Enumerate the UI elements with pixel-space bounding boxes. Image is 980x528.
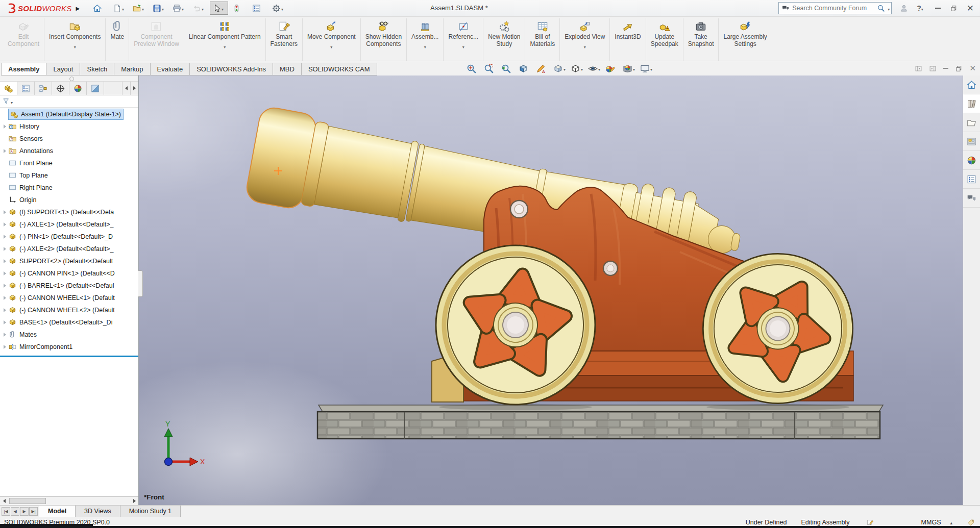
close-window-button[interactable]: ✕: [967, 4, 974, 13]
taskpane-home-button[interactable]: [963, 76, 980, 94]
tree-item[interactable]: Origin: [0, 194, 138, 206]
expand-arrow-icon[interactable]: [1, 222, 8, 227]
ribbon-button[interactable]: Bill of Materials: [525, 18, 560, 61]
first-tab-button[interactable]: [2, 507, 10, 516]
dropdown-arrow-icon[interactable]: [582, 41, 587, 51]
ribbon-button[interactable]: New Motion Study: [483, 18, 525, 61]
search-scope-arrow-icon[interactable]: [888, 4, 890, 13]
restore-window-button[interactable]: [950, 5, 958, 12]
tree-item[interactable]: (-) BARREL<1> (Default<<Defaul: [0, 280, 138, 292]
expand-arrow-icon[interactable]: [1, 296, 8, 300]
dropdown-arrow-icon[interactable]: [72, 41, 77, 51]
scrollbar-thumb[interactable]: [9, 498, 46, 504]
dimxpert-manager-tab[interactable]: [52, 82, 69, 95]
tree-item[interactable]: (f) SUPPORT<1> (Default<<Defa: [0, 206, 138, 218]
unit-system-selector[interactable]: MMGS: [921, 519, 941, 526]
unit-dropdown-arrow-icon[interactable]: [950, 519, 952, 526]
panel-collapse-grip[interactable]: [138, 270, 143, 297]
forum-button[interactable]: [963, 189, 980, 208]
dynamic-annotation-button[interactable]: [535, 63, 551, 74]
tab-sketch[interactable]: Sketch: [80, 63, 114, 76]
login-button[interactable]: [899, 4, 909, 13]
view-orientation-button[interactable]: [553, 63, 568, 74]
ribbon-button[interactable]: Exploded View: [560, 18, 610, 61]
dropdown-arrow-icon[interactable]: [182, 4, 186, 13]
tree-item[interactable]: (-) CANNON WHEEL<2> (Default: [0, 304, 138, 316]
ribbon-button[interactable]: Show Hidden Components: [361, 18, 407, 61]
tree-item[interactable]: (-) PIN<1> (Default<<Default>_D: [0, 231, 138, 243]
tree-root-item[interactable]: Assem1 (Default<Display State-1>): [8, 109, 124, 120]
tab-markup[interactable]: Markup: [114, 63, 150, 76]
settings-button[interactable]: [270, 2, 288, 15]
dropdown-arrow-icon[interactable]: [423, 41, 427, 51]
tab-motion-study-1[interactable]: Motion Study 1: [120, 506, 181, 517]
view-settings-button[interactable]: [640, 63, 655, 74]
design-library-button[interactable]: [963, 94, 980, 113]
tab-3d-views[interactable]: 3D Views: [76, 506, 120, 517]
display-manager-tab[interactable]: [69, 82, 87, 95]
graphics-viewport[interactable]: Y X *Front: [139, 76, 963, 505]
community-search-input[interactable]: [792, 5, 874, 12]
ribbon-button[interactable]: Move Component: [303, 18, 361, 61]
filter-icon[interactable]: [2, 97, 11, 106]
help-dropdown-arrow-icon[interactable]: [921, 4, 926, 13]
tree-item[interactable]: Top Plane: [0, 169, 138, 182]
tree-item[interactable]: History: [0, 120, 138, 133]
dropdown-arrow-icon[interactable]: [633, 64, 638, 73]
scroll-left-button[interactable]: [0, 497, 8, 505]
tabs-scroll-right-button[interactable]: [130, 82, 138, 95]
ribbon-button[interactable]: Linear Component Pattern: [184, 18, 266, 61]
ribbon-button[interactable]: Assemb...: [407, 18, 444, 61]
tree-item[interactable]: Mates: [0, 329, 138, 341]
ribbon-button[interactable]: Component Preview Window: [129, 18, 184, 61]
hide-show-items-button[interactable]: [587, 63, 603, 74]
ribbon-button[interactable]: Edit Component: [3, 18, 44, 61]
tree-horizontal-scrollbar[interactable]: [0, 496, 138, 505]
expand-arrow-icon[interactable]: [1, 259, 8, 263]
tab-model[interactable]: Model: [39, 506, 76, 517]
ribbon-button[interactable]: Mate: [106, 18, 129, 61]
expand-arrow-icon[interactable]: [1, 333, 8, 337]
dropdown-arrow-icon[interactable]: [281, 4, 286, 13]
expand-arrow-icon[interactable]: [1, 284, 8, 288]
expand-arrow-icon[interactable]: [1, 271, 8, 275]
tree-item[interactable]: (-) CANNON PIN<1> (Default<<D: [0, 267, 138, 280]
appearances-button[interactable]: [963, 151, 980, 170]
dropdown-arrow-icon[interactable]: [564, 64, 568, 73]
tab-solidworks-cam[interactable]: SOLIDWORKS CAM: [301, 63, 377, 76]
select-tool-button[interactable]: [210, 2, 228, 15]
next-tab-button[interactable]: [20, 507, 29, 516]
zoom-to-area-button[interactable]: [483, 63, 499, 74]
expand-arrow-icon[interactable]: [1, 345, 8, 349]
dropdown-arrow-icon[interactable]: [202, 4, 206, 13]
file-explorer-button[interactable]: [963, 113, 980, 132]
tabs-scroll-left-button[interactable]: [122, 82, 130, 95]
dropdown-arrow-icon[interactable]: [142, 4, 146, 13]
tab-solidworks-add-ins[interactable]: SOLIDWORKS Add-Ins: [189, 63, 273, 76]
zoom-to-fit-button[interactable]: [466, 63, 481, 74]
close-document-button[interactable]: ✕: [969, 64, 976, 73]
collapse-left-pane-icon[interactable]: [915, 65, 922, 72]
ribbon-button[interactable]: Update Speedpak: [646, 18, 683, 61]
ribbon-button[interactable]: Referenc...: [444, 18, 483, 61]
tree-item[interactable]: (-) AXLE<1> (Default<<Default>_: [0, 218, 138, 231]
dropdown-arrow-icon[interactable]: [222, 4, 226, 13]
tree-item[interactable]: MirrorComponent1: [0, 341, 138, 353]
tree-item[interactable]: (-) CANNON WHEEL<1> (Default: [0, 292, 138, 304]
expand-arrow-icon[interactable]: [1, 149, 8, 153]
custom-properties-button[interactable]: [963, 170, 980, 189]
print-button[interactable]: [170, 2, 188, 15]
expand-arrow-icon[interactable]: [1, 124, 8, 129]
filter-dropdown-arrow-icon[interactable]: [11, 97, 15, 106]
expand-arrow-icon[interactable]: [1, 308, 8, 312]
dropdown-arrow-icon[interactable]: [162, 4, 166, 13]
open-button[interactable]: [130, 2, 149, 15]
tree-item[interactable]: Sensors: [0, 133, 138, 145]
dropdown-arrow-icon[interactable]: [581, 64, 585, 73]
minimize-window-button[interactable]: [935, 8, 941, 9]
home-button[interactable]: [90, 2, 109, 15]
save-button[interactable]: [150, 2, 168, 15]
tab-evaluate[interactable]: Evaluate: [150, 63, 190, 76]
property-manager-tab[interactable]: [17, 82, 35, 95]
previous-tab-button[interactable]: [11, 507, 19, 516]
